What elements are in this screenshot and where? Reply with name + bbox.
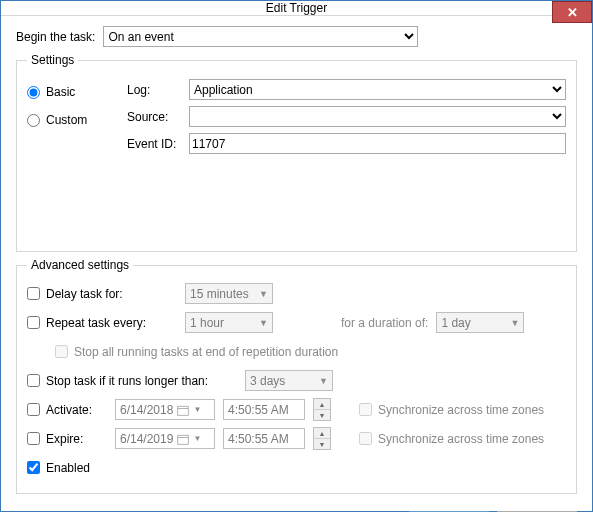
source-label: Source: (127, 110, 189, 124)
delay-task-checkbox[interactable] (27, 287, 40, 300)
edit-trigger-window: Edit Trigger ✕ Begin the task: On an eve… (0, 0, 593, 512)
close-button[interactable]: ✕ (552, 1, 592, 23)
settings-legend: Settings (27, 53, 78, 67)
activate-checkbox-label[interactable]: Activate: (27, 403, 107, 417)
activate-date-picker: 6/14/2018 ▼ (115, 399, 215, 420)
chevron-down-icon: ▼ (510, 318, 519, 328)
stop-longer-combo: 3 days ▼ (245, 370, 333, 391)
calendar-icon (177, 404, 189, 416)
title-bar: Edit Trigger ✕ (1, 1, 592, 16)
custom-radio[interactable] (27, 114, 40, 127)
activate-sync-checkbox (359, 403, 372, 416)
source-select[interactable] (189, 106, 566, 127)
delay-task-checkbox-label[interactable]: Delay task for: (27, 287, 177, 301)
spin-down-icon: ▼ (314, 439, 330, 449)
expire-checkbox-label[interactable]: Expire: (27, 432, 107, 446)
spin-up-icon: ▲ (314, 428, 330, 439)
basic-radio[interactable] (27, 86, 40, 99)
expire-sync-checkbox-label: Synchronize across time zones (359, 432, 544, 446)
stop-longer-checkbox-label[interactable]: Stop task if it runs longer than: (27, 374, 237, 388)
activate-checkbox[interactable] (27, 403, 40, 416)
repeat-duration-combo: 1 day ▼ (436, 312, 524, 333)
activate-time-spinner: ▲ ▼ (313, 398, 331, 421)
repeat-interval-combo: 1 hour ▼ (185, 312, 273, 333)
activate-sync-checkbox-label: Synchronize across time zones (359, 403, 544, 417)
chevron-down-icon: ▼ (193, 434, 201, 443)
expire-time-spinner: ▲ ▼ (313, 427, 331, 450)
chevron-down-icon: ▼ (259, 289, 268, 299)
enabled-checkbox-label[interactable]: Enabled (27, 461, 90, 475)
chevron-down-icon: ▼ (193, 405, 201, 414)
repeat-task-checkbox-label[interactable]: Repeat task every: (27, 316, 177, 330)
stop-repeat-checkbox-label: Stop all running tasks at end of repetit… (55, 345, 338, 359)
event-id-input[interactable] (189, 133, 566, 154)
chevron-down-icon: ▼ (259, 318, 268, 328)
event-id-label: Event ID: (127, 137, 189, 151)
advanced-legend: Advanced settings (27, 258, 133, 272)
stop-repeat-checkbox (55, 345, 68, 358)
settings-mode-radios: Basic Custom (27, 79, 107, 127)
spin-down-icon: ▼ (314, 410, 330, 420)
log-label: Log: (127, 83, 189, 97)
settings-group: Settings Basic Custom Log: (16, 53, 577, 252)
custom-radio-label[interactable]: Custom (27, 113, 107, 127)
expire-checkbox[interactable] (27, 432, 40, 445)
dialog-footer: OK Cancel (1, 507, 592, 512)
basic-radio-label[interactable]: Basic (27, 85, 107, 99)
svg-rect-0 (178, 406, 189, 415)
advanced-settings-group: Advanced settings Delay task for: 15 min… (16, 258, 577, 494)
spin-up-icon: ▲ (314, 399, 330, 410)
expire-date-picker: 6/14/2019 ▼ (115, 428, 215, 449)
begin-task-label: Begin the task: (16, 30, 95, 44)
repeat-task-checkbox[interactable] (27, 316, 40, 329)
begin-task-select[interactable]: On an event (103, 26, 418, 47)
activate-time-input: 4:50:55 AM (223, 399, 305, 420)
calendar-icon (177, 433, 189, 445)
expire-sync-checkbox (359, 432, 372, 445)
begin-task-row: Begin the task: On an event (16, 26, 577, 47)
expire-time-input: 4:50:55 AM (223, 428, 305, 449)
stop-longer-checkbox[interactable] (27, 374, 40, 387)
close-icon: ✕ (567, 5, 578, 20)
chevron-down-icon: ▼ (319, 376, 328, 386)
window-title: Edit Trigger (266, 1, 327, 15)
enabled-checkbox[interactable] (27, 461, 40, 474)
delay-task-combo: 15 minutes ▼ (185, 283, 273, 304)
repeat-duration-label: for a duration of: (341, 316, 428, 330)
svg-rect-2 (178, 435, 189, 444)
log-select[interactable]: Application (189, 79, 566, 100)
